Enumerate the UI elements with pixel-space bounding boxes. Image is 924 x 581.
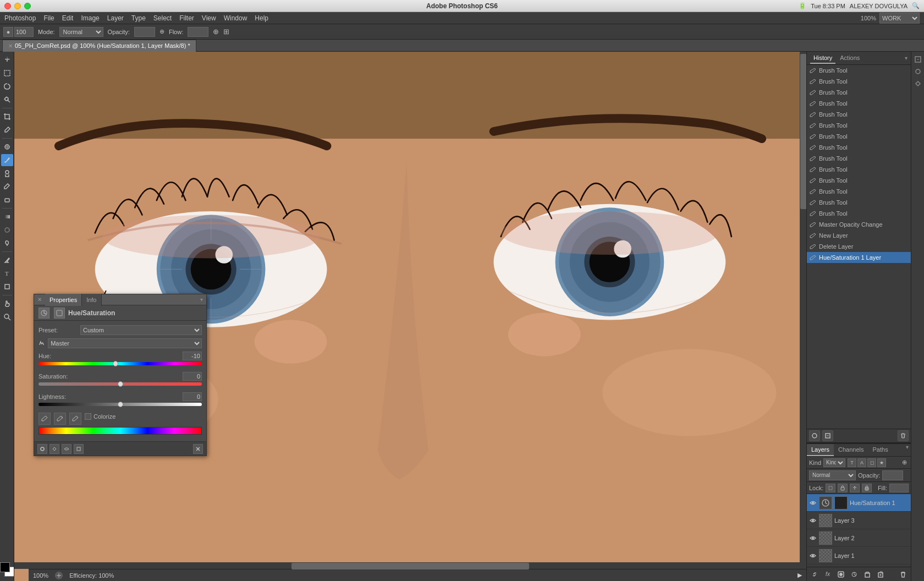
brush-preview[interactable]: ● (3, 27, 13, 37)
channel-select[interactable]: Master Reds Yellows Greens Cyans Blues M… (48, 338, 202, 348)
pen-tool[interactable] (1, 254, 13, 266)
history-item-7[interactable]: Brush Tool (807, 131, 911, 142)
lock-position-btn[interactable] (850, 484, 860, 492)
layer-delete-btn[interactable] (898, 569, 909, 580)
layer-fx-btn[interactable]: fx (822, 569, 833, 580)
crop-tool[interactable] (1, 111, 13, 123)
menu-edit[interactable]: Edit (62, 14, 74, 22)
lasso-tool[interactable] (1, 80, 13, 92)
history-item-15[interactable]: Master Opacity Change (807, 219, 911, 230)
menu-help[interactable]: Help (255, 14, 268, 22)
document-tab[interactable]: ✕ 05_PH_ComRet.psd @ 100% (Hue/Saturatio… (2, 40, 196, 52)
hue-thumb[interactable] (113, 361, 118, 366)
history-item-10[interactable]: Brush Tool (807, 164, 911, 175)
tab-paths[interactable]: Paths (868, 444, 893, 456)
menu-type[interactable]: Type (131, 14, 146, 22)
panel-collapse[interactable]: ▾ (200, 297, 203, 303)
blend-mode-select[interactable]: Normal Multiply Screen Overlay (59, 27, 103, 37)
text-tool[interactable]: T (1, 267, 13, 279)
menu-layer[interactable]: Layer (107, 14, 124, 22)
layer-item-4[interactable]: Layer 1 (807, 547, 911, 564)
workspace-selector[interactable]: WORK Essentials Design (879, 13, 920, 24)
history-item-2[interactable]: Brush Tool (807, 76, 911, 87)
kind-select[interactable]: Kind (823, 458, 845, 467)
tab-close[interactable]: ✕ (8, 43, 13, 49)
layer-visibility-btn[interactable] (809, 517, 817, 524)
history-item-17[interactable]: Delete Layer (807, 241, 911, 252)
history-brush-tool[interactable] (1, 180, 13, 193)
opacity-layer-input[interactable]: 100% (882, 470, 903, 480)
layer-visibility-btn[interactable] (809, 534, 817, 542)
vertical-scrollbar[interactable] (800, 52, 806, 569)
eyedropper-tool[interactable] (1, 124, 13, 136)
blur-tool[interactable] (1, 224, 13, 236)
layer-item-1[interactable]: Hue/Saturation 1 (807, 494, 911, 512)
prop-btn-delete[interactable] (193, 444, 203, 454)
fill-input[interactable]: 100% (889, 484, 909, 492)
maximize-button[interactable] (24, 3, 31, 9)
zoom-tool[interactable] (1, 311, 13, 323)
layer-item-3[interactable]: Layer 2 (807, 529, 911, 547)
history-collapse[interactable]: ▾ (905, 55, 908, 61)
layer-group-btn[interactable] (862, 569, 873, 580)
horizontal-scrollbar[interactable] (14, 562, 806, 569)
history-item-18[interactable]: Hue/Saturation 1 Layer (807, 252, 911, 263)
prop-btn-1[interactable] (37, 444, 47, 454)
close-button[interactable] (4, 3, 11, 9)
tab-info[interactable]: Info (82, 294, 101, 306)
eraser-tool[interactable] (1, 194, 13, 206)
history-item-8[interactable]: Brush Tool (807, 142, 911, 153)
menu-file[interactable]: File (43, 14, 54, 22)
brush-size-input[interactable] (14, 27, 34, 37)
airbrush-icon[interactable]: ⊕ (160, 28, 164, 35)
filter-shape-icon[interactable]: ◻ (867, 458, 876, 467)
history-item-14[interactable]: Brush Tool (807, 208, 911, 219)
lock-transparent-btn[interactable] (826, 484, 835, 492)
tablet-pressure-icon[interactable]: ⊕ (213, 28, 219, 36)
filter-type-icon[interactable]: T (848, 458, 856, 467)
history-item-12[interactable]: Brush Tool (807, 186, 911, 197)
tab-channels[interactable]: Channels (834, 444, 868, 456)
clone-stamp-tool[interactable] (1, 167, 13, 179)
dodge-tool[interactable] (1, 237, 13, 249)
prop-btn-2[interactable] (50, 444, 59, 454)
light-value-input[interactable] (183, 392, 202, 401)
menu-window[interactable]: Window (224, 14, 248, 22)
flow-input[interactable]: 11% (188, 27, 208, 37)
hue-value-input[interactable] (183, 352, 202, 360)
magic-wand-tool[interactable] (1, 94, 13, 106)
tab-history[interactable]: History (810, 53, 835, 64)
search-icon[interactable]: 🔍 (912, 2, 920, 9)
right-icon-2[interactable] (912, 66, 923, 77)
toggle-airbrush-icon[interactable]: ⊞ (223, 28, 229, 36)
history-new-document[interactable] (822, 430, 833, 441)
blend-mode-layer-select[interactable]: Normal Multiply Screen (809, 470, 856, 480)
layer-adjustment-btn[interactable] (849, 569, 860, 580)
menu-photoshop[interactable]: Photoshop (4, 14, 36, 22)
menu-select[interactable]: Select (153, 14, 172, 22)
foreground-background-colors[interactable] (0, 562, 14, 577)
layer-new-btn[interactable] (875, 569, 886, 580)
history-item-1[interactable]: Brush Tool (807, 65, 911, 76)
history-item-11[interactable]: Brush Tool (807, 175, 911, 186)
minimize-button[interactable] (14, 3, 21, 9)
lock-pixels-btn[interactable] (838, 484, 848, 492)
layers-collapse[interactable]: ▾ (906, 444, 909, 456)
right-icon-3[interactable] (912, 78, 923, 89)
history-item-5[interactable]: Brush Tool (807, 109, 911, 120)
eyedropper-btn[interactable] (38, 413, 51, 425)
menu-filter[interactable]: Filter (179, 14, 194, 22)
history-item-6[interactable]: Brush Tool (807, 120, 911, 131)
filter-adjustment-icon[interactable]: A (857, 458, 866, 467)
history-item-13[interactable]: Brush Tool (807, 197, 911, 208)
sat-value-input[interactable] (183, 372, 202, 381)
layer-visibility-btn[interactable] (809, 499, 817, 507)
preset-select[interactable]: Custom Default (80, 325, 202, 335)
eyedropper-minus-btn[interactable]: - (69, 413, 81, 425)
prop-btn-3[interactable] (62, 444, 72, 454)
opacity-input[interactable]: 100% (134, 27, 155, 37)
properties-titlebar[interactable]: ✕ Properties Info ▾ (34, 294, 206, 305)
eyedropper-plus-btn[interactable]: + (54, 413, 66, 425)
prop-btn-4[interactable] (74, 444, 84, 454)
right-icon-1[interactable] (912, 54, 923, 65)
